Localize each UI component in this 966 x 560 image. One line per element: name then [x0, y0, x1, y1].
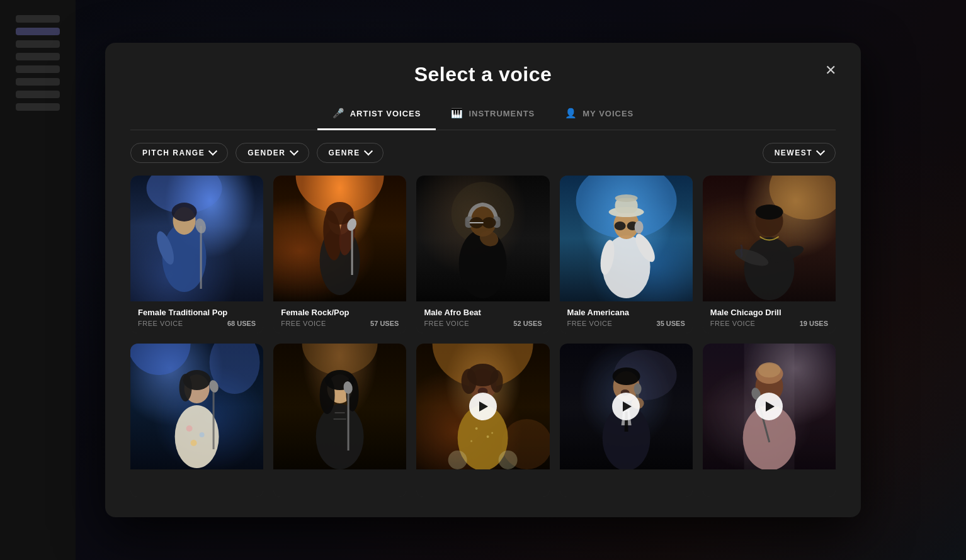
free-voice-badge: FREE VOICE: [567, 320, 613, 327]
voice-card-6[interactable]: [130, 344, 263, 497]
voice-card-2[interactable]: Female Rock/Pop FREE VOICE 57 USES: [273, 176, 406, 333]
uses-count: 57 USES: [370, 320, 399, 327]
close-button[interactable]: ✕: [821, 60, 841, 81]
voice-card-5-image: [703, 176, 836, 301]
chevron-down-icon: [208, 147, 217, 155]
close-icon: ✕: [825, 62, 836, 79]
play-overlay-10: [703, 344, 836, 469]
sidebar-item: [16, 28, 60, 35]
voice-card-10[interactable]: [703, 344, 836, 497]
tab-bar: 🎤 ARTIST VOICES 🎹 INSTRUMENTS 👤 MY VOICE…: [130, 101, 836, 130]
voice-card-7-info: [273, 469, 406, 497]
voice-card-8-info: [416, 469, 549, 497]
voice-card-4-image: [560, 176, 693, 301]
play-overlay-8: [416, 344, 549, 469]
person-icon: 👤: [565, 108, 577, 119]
sort-button[interactable]: NEWEST: [763, 143, 836, 163]
voice-card-1-meta: FREE VOICE 68 USES: [138, 320, 256, 327]
voice-card-5-name: Male Chicago Drill: [710, 308, 828, 317]
modal-title: Select a voice: [130, 63, 836, 86]
voice-card-9-info: [560, 469, 693, 497]
svg-point-45: [186, 425, 193, 432]
svg-rect-5: [200, 226, 202, 289]
sort-label: NEWEST: [775, 148, 812, 157]
voice-card-4-meta: FREE VOICE 35 USES: [567, 320, 685, 327]
pitch-range-label: PITCH RANGE: [142, 148, 205, 157]
voice-card-10-info: [703, 469, 836, 497]
voice-card-2-image: [273, 176, 406, 301]
free-voice-badge: FREE VOICE: [281, 320, 326, 327]
svg-point-47: [191, 440, 197, 446]
genre-filter[interactable]: GENRE: [317, 143, 384, 163]
uses-count: 35 USES: [657, 320, 685, 327]
gender-label: GENDER: [247, 148, 285, 157]
voice-card-7-image: [273, 344, 406, 469]
svg-point-54: [316, 404, 364, 469]
tab-artist-voices-label: ARTIST VOICES: [350, 109, 421, 118]
svg-point-29: [615, 194, 637, 202]
sidebar-item: [16, 53, 60, 60]
voice-card-3[interactable]: Male Afro Beat FREE VOICE 52 USES: [416, 176, 549, 333]
play-overlay-9: [560, 344, 693, 469]
filters-row: PITCH RANGE GENDER GENRE NEWEST: [105, 130, 861, 176]
voice-card-1-name: Female Traditional Pop: [138, 308, 256, 317]
voices-grid: Female Traditional Pop FREE VOICE 68 USE…: [105, 176, 861, 497]
svg-point-42: [130, 344, 191, 375]
play-button-10[interactable]: [755, 393, 783, 420]
sidebar-item: [16, 15, 60, 23]
tab-my-voices[interactable]: 👤 MY VOICES: [550, 101, 649, 130]
tab-instruments[interactable]: 🎹 INSTRUMENTS: [436, 101, 550, 130]
voice-card-9-image: [560, 344, 693, 469]
tab-instruments-label: INSTRUMENTS: [469, 109, 535, 118]
tab-my-voices-label: MY VOICES: [582, 109, 634, 118]
gender-filter[interactable]: GENDER: [236, 143, 309, 163]
pitch-range-filter[interactable]: PITCH RANGE: [130, 143, 228, 163]
play-button-9[interactable]: [612, 393, 640, 420]
chevron-down-icon: [816, 147, 825, 155]
play-button-8[interactable]: [469, 393, 497, 420]
free-voice-badge: FREE VOICE: [138, 320, 183, 327]
play-icon: [766, 401, 775, 412]
svg-point-21: [482, 217, 496, 228]
voice-card-5-info: Male Chicago Drill FREE VOICE 19 USES: [703, 301, 836, 333]
svg-point-39: [755, 204, 783, 220]
svg-point-37: [744, 237, 794, 300]
voice-card-9[interactable]: [560, 344, 693, 497]
voice-card-3-image: [416, 176, 549, 301]
voice-card-10-image: [703, 344, 836, 469]
svg-point-50: [179, 374, 192, 401]
uses-count: 19 USES: [800, 320, 828, 327]
voice-card-6-info: [130, 469, 263, 497]
svg-rect-13: [351, 225, 353, 275]
sidebar: [0, 0, 76, 560]
filters-left: PITCH RANGE GENDER GENRE: [130, 143, 384, 163]
chevron-down-icon: [289, 147, 298, 155]
svg-point-44: [175, 405, 219, 468]
sidebar-item: [16, 78, 60, 86]
voice-card-5[interactable]: Male Chicago Drill FREE VOICE 19 USES: [703, 176, 836, 333]
voice-card-5-meta: FREE VOICE 19 USES: [710, 320, 828, 327]
voice-card-8[interactable]: [416, 344, 549, 497]
free-voice-badge: FREE VOICE: [424, 320, 469, 327]
voice-card-7[interactable]: [273, 344, 406, 497]
voice-card-4-name: Male Americana: [567, 308, 685, 317]
play-icon: [479, 401, 488, 412]
voice-card-3-name: Male Afro Beat: [424, 308, 542, 317]
voice-card-3-info: Male Afro Beat FREE VOICE 52 USES: [416, 301, 549, 333]
play-icon: [623, 401, 632, 412]
svg-rect-59: [348, 388, 349, 451]
voice-card-4[interactable]: Male Americana FREE VOICE 35 USES: [560, 176, 693, 333]
voice-card-1[interactable]: Female Traditional Pop FREE VOICE 68 USE…: [130, 176, 263, 333]
tab-artist-voices[interactable]: 🎤 ARTIST VOICES: [317, 101, 436, 130]
uses-count: 52 USES: [513, 320, 542, 327]
sidebar-item: [16, 91, 60, 98]
sidebar-item: [16, 65, 60, 73]
voice-card-2-info: Female Rock/Pop FREE VOICE 57 USES: [273, 301, 406, 333]
free-voice-badge: FREE VOICE: [710, 320, 756, 327]
mic-icon: 🎤: [332, 108, 345, 119]
svg-point-57: [320, 376, 335, 414]
sidebar-item: [16, 40, 60, 48]
voice-card-8-image: [416, 344, 549, 469]
genre-label: GENRE: [329, 148, 360, 157]
svg-point-3: [172, 203, 197, 221]
